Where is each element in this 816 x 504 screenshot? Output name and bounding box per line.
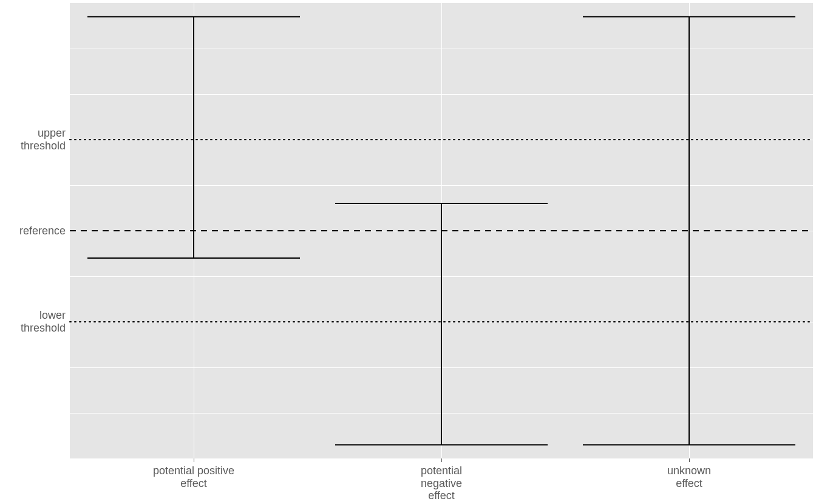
x-tick-text: potential bbox=[350, 465, 532, 477]
x-tick-label-negative: potential negative effect bbox=[350, 465, 532, 502]
x-tick-text: effect bbox=[598, 477, 780, 490]
y-tick-label-lower: lower threshold bbox=[21, 309, 66, 334]
x-tick-text: potential positive bbox=[103, 465, 285, 477]
x-tick-mark bbox=[689, 458, 690, 462]
x-tick-mark bbox=[441, 458, 442, 462]
x-tick-text: effect bbox=[103, 477, 285, 490]
chart-svg bbox=[70, 3, 813, 458]
y-tick-text: reference bbox=[19, 225, 66, 237]
interval-positive bbox=[87, 17, 300, 259]
y-tick-text: upper bbox=[21, 127, 66, 140]
x-tick-text: unknown bbox=[598, 465, 780, 477]
x-tick-text: negative bbox=[350, 477, 532, 490]
interval-negative bbox=[335, 203, 548, 445]
plot-panel bbox=[70, 3, 813, 458]
y-tick-text: threshold bbox=[21, 140, 66, 152]
x-tick-label-unknown: unknown effect bbox=[598, 465, 780, 489]
y-tick-label-reference: reference bbox=[19, 225, 66, 237]
x-tick-text: effect bbox=[350, 489, 532, 502]
y-tick-text: lower bbox=[21, 309, 66, 322]
x-tick-label-positive: potential positive effect bbox=[103, 465, 285, 489]
x-tick-mark bbox=[194, 458, 194, 462]
y-tick-text: threshold bbox=[21, 322, 66, 335]
y-tick-label-upper: upper threshold bbox=[21, 127, 66, 152]
interval-chart: potential positive effect potential nega… bbox=[0, 0, 816, 504]
